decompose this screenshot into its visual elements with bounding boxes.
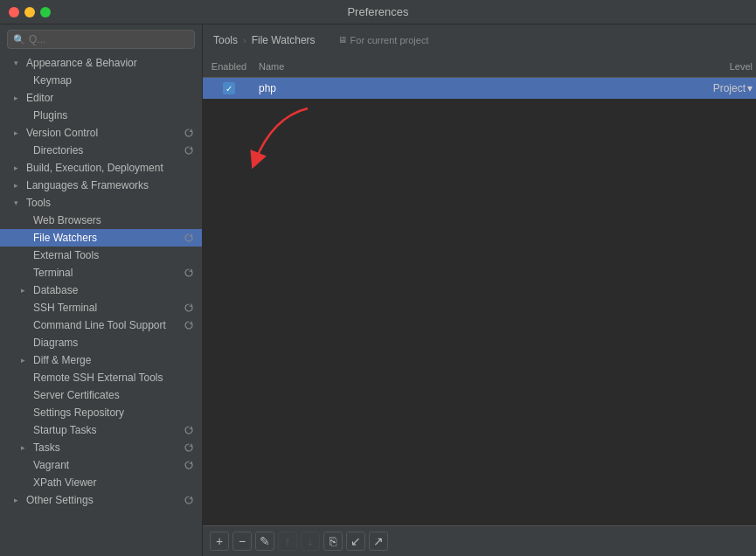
sidebar-item-appearance[interactable]: ▾Appearance & Behavior (0, 54, 202, 72)
sidebar-item-label: Diagrams (33, 337, 78, 349)
sidebar-item-keymap[interactable]: Keymap (0, 72, 202, 89)
for-project-label: 🖥 For current project (338, 35, 429, 45)
search-icon: 🔍 (13, 34, 25, 45)
sidebar-item-file-watchers[interactable]: File Watchers (0, 229, 202, 247)
sidebar-item-tools[interactable]: ▾Tools (0, 194, 202, 212)
close-button[interactable] (9, 7, 19, 17)
sidebar-item-settings-repo[interactable]: Settings Repository (0, 404, 202, 421)
export-button[interactable]: ↗ (369, 532, 388, 551)
title-bar: Preferences (0, 0, 756, 24)
content-area: Tools › File Watchers 🖥 For current proj… (203, 24, 756, 556)
sidebar-item-cmd-tool[interactable]: Command Line Tool Support (0, 316, 202, 334)
sidebar-item-label: Remote SSH External Tools (33, 372, 163, 384)
sidebar-item-version-control[interactable]: ▸Version Control (0, 124, 202, 142)
sidebar-item-label: Database (33, 284, 78, 296)
name-cell: php (255, 80, 686, 96)
sidebar-item-database[interactable]: ▸Database (0, 281, 202, 299)
sidebar-item-label: SSH Terminal (33, 302, 97, 314)
sidebar-item-server-certs[interactable]: Server Certificates (0, 386, 202, 404)
sync-icon (183, 144, 195, 156)
sidebar-item-label: Version Control (26, 127, 98, 139)
table-row[interactable]: ✓phpProject▾ (203, 78, 756, 99)
remove-watcher-button[interactable]: − (232, 532, 252, 551)
collapsed-arrow-icon: ▸ (14, 129, 23, 137)
sync-icon (183, 232, 195, 244)
sidebar-item-label: Appearance & Behavior (26, 57, 137, 69)
search-box[interactable]: 🔍 (7, 30, 195, 49)
import-button[interactable]: ↙ (346, 532, 365, 551)
move-up-button[interactable]: ↑ (278, 532, 297, 551)
sidebar-item-web-browsers[interactable]: Web Browsers (0, 212, 202, 229)
sidebar-item-diagrams[interactable]: Diagrams (0, 334, 202, 351)
sidebar-item-label: Vagrant (33, 459, 69, 471)
move-down-button[interactable]: ↓ (301, 532, 320, 551)
main-layout: 🔍 ▾Appearance & BehaviorKeymap▸EditorPlu… (0, 24, 756, 556)
sync-icon (183, 302, 195, 314)
sidebar-item-label: Languages & Frameworks (26, 179, 149, 191)
checkbox-checked[interactable]: ✓ (223, 82, 235, 94)
sidebar-item-label: Tools (26, 197, 51, 209)
col-header-enabled: Enabled (203, 59, 255, 73)
sync-icon (183, 441, 195, 454)
level-chevron-icon[interactable]: ▾ (747, 82, 753, 94)
sidebar-item-label: File Watchers (33, 232, 97, 244)
sidebar-item-label: External Tools (33, 249, 99, 261)
collapsed-arrow-icon: ▸ (21, 356, 30, 365)
collapsed-arrow-icon: ▸ (21, 443, 30, 452)
sidebar-items-list: ▾Appearance & BehaviorKeymap▸EditorPlugi… (0, 54, 202, 556)
sidebar-item-directories[interactable]: Directories (0, 142, 202, 159)
sidebar-item-label: Terminal (33, 267, 73, 279)
sidebar-item-label: Keymap (33, 74, 72, 87)
sync-icon (183, 459, 195, 471)
sidebar-item-label: XPath Viewer (33, 476, 97, 489)
collapsed-arrow-icon: ▸ (14, 94, 23, 102)
sync-icon (183, 494, 195, 506)
expanded-arrow-icon: ▾ (14, 198, 23, 207)
sidebar-item-startup-tasks[interactable]: Startup Tasks (0, 421, 202, 439)
sidebar-item-remote-ssh[interactable]: Remote SSH External Tools (0, 369, 202, 386)
sidebar-item-other-settings[interactable]: ▸Other Settings (0, 491, 202, 509)
copy-button[interactable]: ⎘ (323, 532, 343, 551)
sidebar-item-xpath-viewer[interactable]: XPath Viewer (0, 474, 202, 491)
table-area: Enabled Name Level ✓phpProject▾ (203, 56, 756, 525)
sidebar-item-label: Build, Execution, Deployment (26, 162, 163, 174)
col-header-name: Name (255, 59, 686, 73)
maximize-button[interactable] (40, 7, 51, 17)
search-input[interactable] (29, 33, 189, 45)
sidebar-item-external-tools[interactable]: External Tools (0, 247, 202, 264)
sidebar-item-label: Tasks (33, 441, 60, 454)
sidebar-item-ssh-terminal[interactable]: SSH Terminal (0, 299, 202, 316)
collapsed-arrow-icon: ▸ (21, 286, 30, 295)
table-header: Enabled Name Level (203, 56, 756, 78)
minimize-button[interactable] (24, 7, 35, 17)
sidebar-item-label: Editor (26, 92, 53, 104)
sidebar-item-tasks[interactable]: ▸Tasks (0, 439, 202, 456)
add-watcher-button[interactable]: + (210, 532, 229, 551)
sidebar-item-label: Server Certificates (33, 389, 120, 401)
content-header: Tools › File Watchers 🖥 For current proj… (203, 24, 756, 56)
sidebar-item-label: Settings Repository (33, 407, 124, 419)
sync-icon (183, 267, 195, 279)
sidebar-item-label: Startup Tasks (33, 424, 96, 436)
sidebar-item-build[interactable]: ▸Build, Execution, Deployment (0, 159, 202, 177)
enabled-cell: ✓ (203, 82, 255, 94)
sidebar-item-terminal[interactable]: Terminal (0, 264, 202, 281)
window-controls[interactable] (9, 7, 51, 17)
level-cell: Project▾ (686, 80, 756, 96)
collapsed-arrow-icon: ▸ (14, 163, 23, 172)
sidebar-item-vagrant[interactable]: Vagrant (0, 456, 202, 474)
sync-icon (183, 319, 195, 331)
sidebar-item-plugins[interactable]: Plugins (0, 107, 202, 124)
table-toolbar: + − ✎ ↑ ↓ ⎘ ↙ ↗ (203, 525, 756, 556)
sidebar-item-label: Command Line Tool Support (33, 319, 166, 331)
breadcrumb-current: File Watchers (252, 34, 316, 46)
sidebar-item-languages[interactable]: ▸Languages & Frameworks (0, 177, 202, 194)
sidebar-item-editor[interactable]: ▸Editor (0, 89, 202, 107)
sidebar-item-label: Other Settings (26, 494, 94, 506)
sidebar: 🔍 ▾Appearance & BehaviorKeymap▸EditorPlu… (0, 24, 203, 556)
edit-watcher-button[interactable]: ✎ (255, 532, 274, 551)
sidebar-item-label: Diff & Merge (33, 354, 91, 366)
sidebar-item-diff-merge[interactable]: ▸Diff & Merge (0, 351, 202, 369)
sync-icon (183, 424, 195, 436)
sidebar-item-label: Web Browsers (33, 214, 101, 226)
